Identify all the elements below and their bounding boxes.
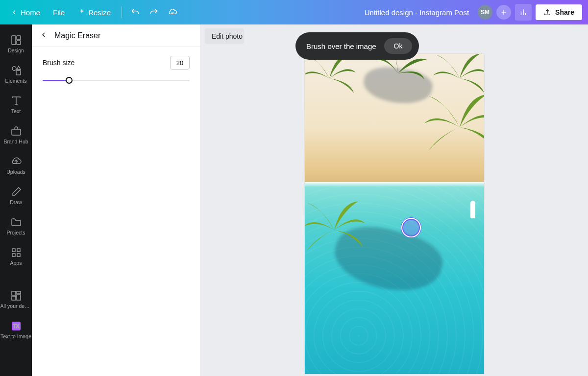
- top-bar: Home File Resize SM Share: [0, 0, 588, 24]
- image-palm-tree: [420, 88, 484, 166]
- cloud-upload-icon: [10, 156, 22, 167]
- avatar-initials: SM: [481, 9, 490, 16]
- rail-label: Uploads: [0, 169, 32, 175]
- image-palm-tree: [305, 196, 368, 264]
- image-shoreline: [305, 182, 484, 187]
- edit-photo-button[interactable]: Edit photo: [205, 28, 244, 44]
- image-palm-tree: [305, 54, 359, 108]
- resize-button[interactable]: Resize: [73, 5, 117, 20]
- dashboard-icon: [10, 290, 22, 302]
- cloud-sync-button[interactable]: [164, 4, 181, 21]
- rail-label: Design: [0, 48, 32, 54]
- rail-label: Elements: [0, 78, 32, 84]
- svg-text:TX: TX: [13, 324, 19, 329]
- sparkle-icon: [78, 9, 85, 16]
- svg-rect-14: [12, 129, 21, 135]
- svg-rect-22: [17, 295, 21, 300]
- panel-title: Magic Eraser: [54, 31, 100, 40]
- rail-label: Text: [0, 109, 32, 115]
- image-boat: [470, 201, 475, 218]
- chevron-left-icon: [40, 31, 48, 39]
- rail-draw[interactable]: Draw: [0, 181, 32, 211]
- svg-rect-20: [12, 291, 16, 295]
- panel-back-button[interactable]: [40, 31, 48, 41]
- rail-label: Brand Hub: [0, 139, 32, 145]
- share-label: Share: [555, 8, 574, 16]
- rail-label: Draw: [0, 200, 32, 206]
- file-label: File: [53, 8, 65, 17]
- plus-icon: [500, 8, 508, 16]
- instruction-toast: Brush over the image Ok: [295, 32, 419, 60]
- user-avatar[interactable]: SM: [478, 5, 492, 20]
- side-panel: Magic Eraser Brush size: [32, 24, 201, 376]
- chevron-left-icon: [11, 9, 18, 16]
- text-icon: [10, 95, 22, 107]
- add-collaborator-button[interactable]: [496, 5, 511, 20]
- file-menu[interactable]: File: [47, 5, 71, 20]
- rail-design[interactable]: Design: [0, 29, 32, 59]
- rail-uploads[interactable]: Uploads: [0, 151, 32, 180]
- undo-button[interactable]: [127, 4, 144, 21]
- cloud-check-icon: [168, 7, 177, 17]
- grid-icon: [10, 247, 22, 258]
- brush-size-label: Brush size: [43, 59, 74, 67]
- rail-label: All your desi…: [0, 304, 32, 309]
- home-label: Home: [21, 8, 40, 17]
- document-title-input[interactable]: [327, 5, 474, 20]
- svg-rect-21: [17, 291, 21, 294]
- folder-icon: [10, 216, 22, 228]
- svg-rect-16: [12, 249, 15, 252]
- svg-rect-19: [17, 254, 20, 257]
- slider-thumb[interactable]: [66, 77, 73, 84]
- svg-marker-11: [17, 66, 21, 70]
- shapes-icon: [10, 65, 22, 76]
- layout-icon: [10, 34, 22, 46]
- rail-text-to-image[interactable]: TX Text to Image: [0, 315, 32, 345]
- rail-label: Projects: [0, 230, 32, 236]
- insights-button[interactable]: [515, 4, 532, 21]
- toast-ok-button[interactable]: Ok: [384, 38, 413, 54]
- rail-elements[interactable]: Elements: [0, 60, 32, 89]
- rail-apps[interactable]: Apps: [0, 242, 32, 271]
- pencil-icon: [10, 186, 22, 198]
- svg-rect-17: [17, 249, 20, 252]
- redo-button[interactable]: [146, 4, 162, 21]
- undo-icon: [130, 7, 140, 17]
- brush-cursor-indicator: [401, 217, 421, 238]
- text-image-icon: TX: [10, 320, 22, 332]
- rail-label: Apps: [0, 260, 32, 266]
- svg-rect-23: [12, 296, 16, 300]
- toolbar-divider: [122, 6, 122, 18]
- brush-size-slider[interactable]: [43, 76, 190, 84]
- svg-rect-7: [17, 36, 21, 40]
- canvas-area: Edit photo Brush over the image Ok: [201, 24, 588, 376]
- bar-chart-icon: [519, 8, 528, 17]
- svg-point-9: [12, 67, 16, 70]
- side-rail: Design Elements Text Brand Hub Uploads D…: [0, 24, 32, 376]
- panel-header: Magic Eraser: [32, 24, 200, 47]
- briefcase-icon: [10, 125, 22, 137]
- svg-rect-8: [17, 41, 21, 45]
- redo-icon: [149, 7, 159, 17]
- rail-text[interactable]: Text: [0, 90, 32, 119]
- toast-message: Brush over the image: [306, 42, 376, 50]
- home-button[interactable]: Home: [6, 5, 45, 20]
- rail-all-designs[interactable]: All your desi…: [0, 285, 32, 314]
- slider-fill: [43, 80, 69, 81]
- svg-rect-10: [16, 70, 21, 75]
- resize-label: Resize: [88, 8, 111, 17]
- rail-projects[interactable]: Projects: [0, 212, 32, 241]
- artboard-image[interactable]: [305, 54, 484, 374]
- rail-brand-hub[interactable]: Brand Hub: [0, 120, 32, 150]
- svg-rect-6: [12, 36, 16, 45]
- svg-rect-18: [12, 254, 15, 257]
- share-button[interactable]: Share: [536, 4, 582, 20]
- rail-label: Text to Image: [0, 334, 32, 340]
- brush-size-input[interactable]: [170, 56, 190, 70]
- upload-icon: [543, 8, 551, 16]
